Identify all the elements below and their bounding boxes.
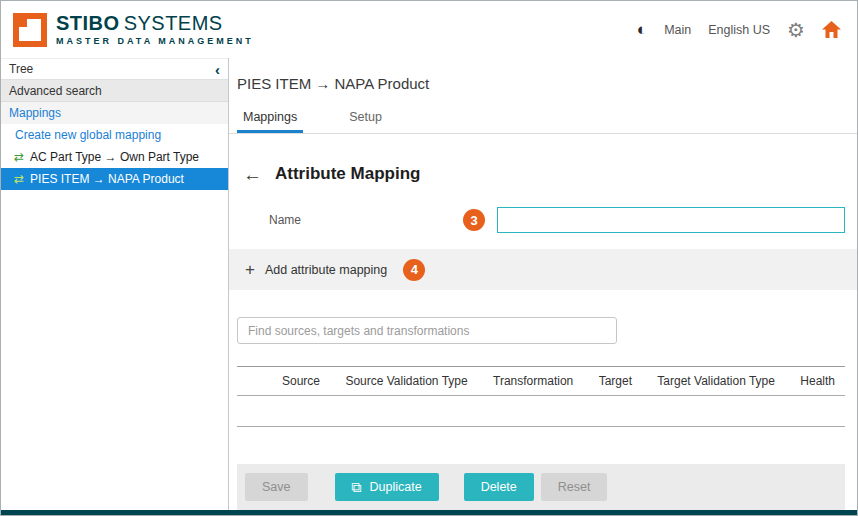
column-header-health: Health — [800, 374, 835, 388]
tab-content: ← Attribute Mapping Name 3 + Add attribu… — [229, 134, 857, 510]
brand-name: STIBOSYSTEMS — [56, 13, 254, 33]
add-attribute-mapping-row[interactable]: + Add attribute mapping 4 — [229, 249, 857, 290]
section-title: Attribute Mapping — [275, 164, 420, 184]
duplicate-button[interactable]: ⧉Duplicate — [335, 473, 439, 501]
header-controls: ◐ Main English US ⚙ — [637, 20, 841, 40]
context-label[interactable]: Main — [664, 23, 691, 37]
tree-label: Tree — [9, 62, 33, 76]
sidebar-item-create-global-mapping[interactable]: Create new global mapping — [1, 124, 228, 146]
delete-button[interactable]: Delete — [464, 473, 534, 501]
sidebar-item-mappings[interactable]: Mappings — [1, 102, 228, 124]
top-header: STIBOSYSTEMS MASTER DATA MANAGEMENT ◐ Ma… — [1, 1, 857, 58]
bottom-status-strip — [1, 510, 857, 515]
stibo-logo-icon — [13, 13, 47, 47]
gear-icon[interactable]: ⚙ — [787, 20, 805, 40]
step-badge-3: 3 — [463, 209, 485, 231]
tab-setup[interactable]: Setup — [343, 101, 388, 133]
sidebar-item-mapping-pies-item[interactable]: ⇄ PIES ITEM → NAPA Product — [1, 168, 228, 190]
mapping-icon: ⇄ — [14, 151, 24, 163]
language-selector[interactable]: English US — [708, 23, 770, 37]
tab-bar: Mappings Setup — [229, 101, 857, 134]
brand-bold: STIBO — [56, 12, 120, 34]
mapping-table-header: Source Source Validation Type Transforma… — [237, 366, 845, 396]
mapping-item-label: PIES ITEM → NAPA Product — [30, 172, 184, 186]
tab-mappings[interactable]: Mappings — [237, 101, 303, 133]
sidebar: Tree ‹ Advanced search Mappings Create n… — [1, 58, 229, 510]
reset-button[interactable]: Reset — [541, 473, 608, 501]
mapping-item-label: AC Part Type → Own Part Type — [30, 150, 199, 164]
add-attribute-mapping-label: Add attribute mapping — [265, 263, 387, 277]
name-input[interactable] — [497, 207, 845, 233]
name-row: Name 3 — [237, 207, 845, 233]
duplicate-icon: ⧉ — [352, 480, 362, 494]
page-title: PIES ITEM → NAPA Product — [229, 58, 857, 101]
app-window: STIBOSYSTEMS MASTER DATA MANAGEMENT ◐ Ma… — [0, 0, 858, 516]
column-header-target-validation-type: Target Validation Type — [657, 374, 775, 388]
sidebar-item-mapping-ac-part-type[interactable]: ⇄ AC Part Type → Own Part Type — [1, 146, 228, 168]
stibo-logo: STIBOSYSTEMS MASTER DATA MANAGEMENT — [13, 13, 254, 47]
brand-tagline: MASTER DATA MANAGEMENT — [56, 36, 254, 46]
column-header-target: Target — [599, 374, 632, 388]
attribute-mapping-heading: ← Attribute Mapping — [237, 164, 845, 184]
column-header-source-validation-type: Source Validation Type — [345, 374, 467, 388]
column-header-source: Source — [282, 374, 320, 388]
sidebar-item-tree[interactable]: Tree ‹ — [1, 58, 228, 80]
column-header-transformation: Transformation — [493, 374, 573, 388]
mapping-icon: ⇄ — [14, 173, 24, 185]
mapping-table-empty-body — [237, 396, 845, 427]
plus-icon: + — [245, 261, 255, 278]
sidebar-item-advanced-search[interactable]: Advanced search — [1, 80, 228, 102]
collapse-sidebar-icon[interactable]: ‹ — [215, 62, 220, 77]
name-label: Name — [269, 213, 301, 227]
back-arrow-icon[interactable]: ← — [243, 165, 262, 184]
brand-light: SYSTEMS — [124, 12, 223, 34]
footer-action-bar: Save ⧉Duplicate Delete Reset — [237, 464, 845, 510]
search-input[interactable] — [237, 317, 617, 344]
step-badge-4: 4 — [403, 259, 425, 281]
contrast-icon[interactable]: ◐ — [637, 21, 647, 38]
main-panel: PIES ITEM → NAPA Product Mappings Setup … — [229, 58, 857, 510]
home-icon[interactable] — [822, 21, 841, 38]
save-button[interactable]: Save — [245, 473, 308, 501]
body: Tree ‹ Advanced search Mappings Create n… — [1, 58, 857, 510]
